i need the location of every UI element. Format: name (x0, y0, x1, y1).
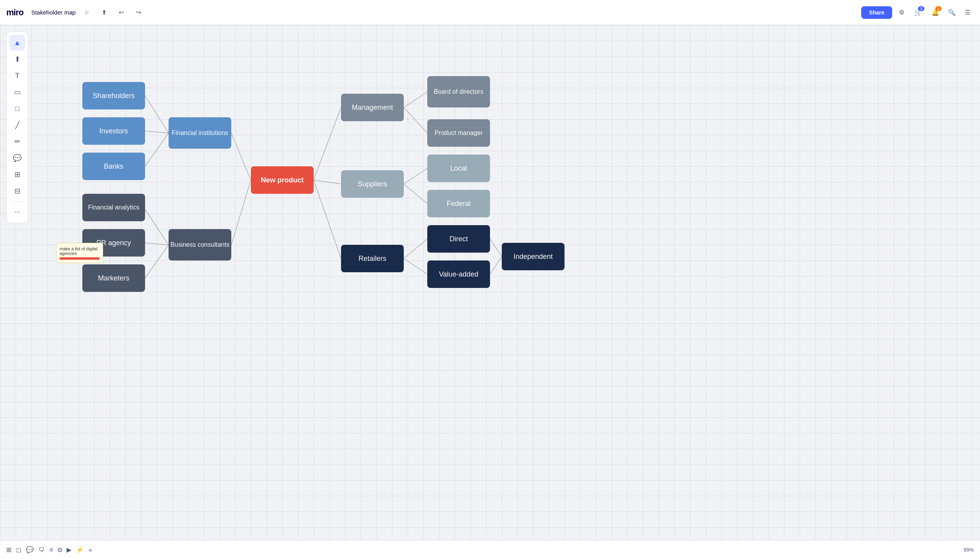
svg-line-4 (145, 209, 169, 245)
svg-line-7 (231, 180, 251, 245)
favorite-button[interactable]: ☆ (80, 6, 93, 19)
sticky-tool[interactable]: ▭ (9, 84, 25, 100)
financial-institutions-node[interactable]: Financial institutions (169, 117, 231, 149)
independent-node[interactable]: Independent (502, 243, 564, 270)
pen-tool[interactable]: ✏ (9, 134, 25, 149)
svg-line-8 (314, 107, 341, 180)
direct-node[interactable]: Direct (427, 225, 490, 253)
header: miro Stakeholder map ☆ ⬆ ↩ ↪ Share ⚙ 🛒3 … (0, 0, 980, 25)
screen-tool[interactable]: ⧉ (58, 546, 62, 554)
notification-icon[interactable]: 🔔1 (928, 5, 942, 20)
product-manager-node[interactable]: Product manager (427, 119, 490, 147)
more-tool[interactable]: ··· (9, 204, 25, 220)
cart-badge: 3 (918, 6, 924, 11)
lightning-tool[interactable]: ⚡ (76, 546, 84, 554)
share-button[interactable]: Share (861, 6, 892, 19)
svg-line-16 (404, 259, 427, 274)
sticky-note[interactable]: make a list of digital agencies (56, 243, 103, 263)
crop-tool[interactable]: ⊞ (9, 167, 25, 182)
canvas[interactable]: Shareholders Investors Banks Financial i… (0, 25, 980, 540)
svg-line-1 (145, 131, 169, 133)
search-icon[interactable]: 🔍 (946, 6, 958, 19)
notification-badge: 1 (935, 6, 942, 11)
cursor-tool[interactable]: ▲ (9, 35, 25, 51)
svg-line-11 (404, 92, 427, 107)
svg-line-10 (314, 180, 341, 259)
svg-line-18 (490, 257, 502, 274)
svg-line-9 (314, 180, 341, 184)
svg-line-5 (145, 243, 169, 245)
svg-line-14 (404, 184, 427, 204)
suppliers-node[interactable]: Suppliers (341, 170, 404, 198)
shareholders-node[interactable]: Shareholders (82, 82, 145, 109)
svg-line-6 (145, 245, 169, 278)
value-added-node[interactable]: Value-added (427, 260, 490, 288)
investors-node[interactable]: Investors (82, 117, 145, 145)
svg-line-13 (404, 168, 427, 184)
connector-lines (0, 25, 980, 540)
new-product-node[interactable]: New product (251, 166, 314, 194)
shape-tool[interactable]: □ (9, 101, 25, 117)
sticky-text: make a list of digital agencies (60, 246, 100, 256)
svg-line-2 (145, 133, 169, 166)
chat-tool[interactable]: 🗨 (38, 546, 45, 554)
zoom-level: 99% (964, 547, 974, 553)
shape-tool-bottom[interactable]: ◻ (16, 546, 21, 554)
upload-tool[interactable]: ⬆ (9, 51, 25, 67)
settings-icon[interactable]: ⚙ (895, 6, 908, 19)
frame-tool[interactable]: ⊞ (6, 546, 11, 554)
table-tool[interactable]: ⊟ (9, 183, 25, 199)
business-consultants-node[interactable]: Business consultants (169, 229, 231, 260)
menu-icon[interactable]: ☰ (961, 6, 974, 19)
redo-button[interactable]: ↪ (132, 6, 145, 19)
comment-tool-bottom[interactable]: 💬 (26, 546, 34, 554)
header-right: Share ⚙ 🛒3 🔔1 🔍 ☰ (861, 5, 974, 20)
local-node[interactable]: Local (427, 155, 490, 182)
svg-line-15 (404, 239, 427, 259)
cart-icon[interactable]: 🛒3 (911, 5, 925, 20)
line-tool[interactable]: ╱ (9, 117, 25, 133)
financial-analytics-node[interactable]: Financial analytics (82, 194, 145, 221)
collapse-icon[interactable]: « (89, 546, 92, 554)
retailers-node[interactable]: Retailers (341, 245, 404, 272)
toolbar-separator (11, 201, 24, 202)
left-toolbar: ▲ ⬆ T ▭ □ ╱ ✏ 💬 ⊞ ⊟ ··· (6, 31, 28, 223)
undo-button[interactable]: ↩ (115, 6, 127, 19)
svg-line-3 (231, 133, 251, 180)
board-of-directors-node[interactable]: Board of directors (427, 76, 490, 107)
comment-tool[interactable]: 💬 (9, 150, 25, 166)
federal-node[interactable]: Federal (427, 190, 490, 217)
svg-line-0 (145, 96, 169, 133)
banks-node[interactable]: Banks (82, 153, 145, 180)
marketers-node[interactable]: Marketers (82, 264, 145, 292)
text-tool[interactable]: T (9, 68, 25, 84)
bottom-toolbar: ⊞ ◻ 💬 🗨 ≡ ⧉ ▶ ⚡ « 99% (0, 540, 980, 559)
board-title: Stakeholder map (31, 9, 76, 16)
miro-logo: miro (6, 7, 24, 18)
management-node[interactable]: Management (341, 94, 404, 121)
svg-line-17 (490, 239, 502, 257)
list-tool[interactable]: ≡ (49, 546, 53, 554)
sticky-label-bar (60, 257, 100, 260)
video-tool[interactable]: ▶ (67, 546, 71, 554)
share-export-button[interactable]: ⬆ (98, 6, 110, 19)
svg-line-12 (404, 107, 427, 133)
